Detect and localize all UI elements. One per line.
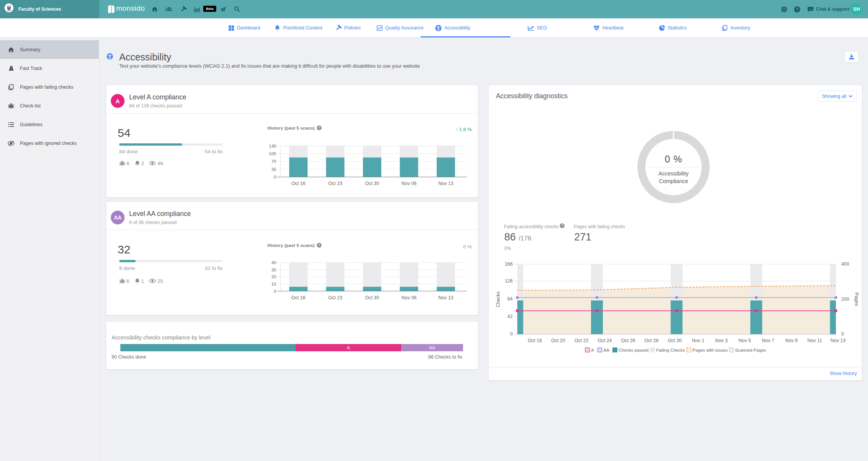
svg-text:200: 200 <box>841 297 849 302</box>
svg-text:70: 70 <box>271 159 276 164</box>
svg-text:166: 166 <box>505 261 513 267</box>
svg-text:0: 0 <box>841 331 844 337</box>
svg-text:Oct 23: Oct 23 <box>328 181 342 186</box>
svg-text:Oct 20: Oct 20 <box>551 338 565 343</box>
svg-text:Oct 30: Oct 30 <box>365 181 379 186</box>
svg-text:40: 40 <box>271 260 276 265</box>
svg-text:Checks passed: Checks passed <box>619 348 649 352</box>
svg-text:42: 42 <box>507 314 513 319</box>
svg-text:Oct 22: Oct 22 <box>575 338 589 343</box>
svg-text:Pages: Pages <box>854 292 859 306</box>
svg-text:126: 126 <box>505 278 513 284</box>
svg-text:Nov 13: Nov 13 <box>438 181 453 186</box>
svg-text:Oct 30: Oct 30 <box>365 295 379 300</box>
svg-text:Oct 24: Oct 24 <box>598 338 612 343</box>
svg-text:Scanned Pages: Scanned Pages <box>735 348 766 352</box>
svg-text:400: 400 <box>841 261 849 267</box>
svg-text:Nov 1: Nov 1 <box>692 338 704 343</box>
svg-text:20: 20 <box>271 274 276 279</box>
svg-text:0: 0 <box>274 289 276 294</box>
svg-text:0: 0 <box>510 331 513 337</box>
svg-text:84: 84 <box>507 296 513 302</box>
svg-text:35: 35 <box>271 167 276 172</box>
svg-text:Nov 06: Nov 06 <box>402 181 417 186</box>
svg-text:Nov 7: Nov 7 <box>762 338 774 343</box>
svg-text:10: 10 <box>271 282 276 286</box>
svg-text:Oct 16: Oct 16 <box>291 181 306 186</box>
svg-text:Nov 3: Nov 3 <box>715 338 728 343</box>
svg-text:Oct 16: Oct 16 <box>291 295 306 300</box>
svg-text:Oct 18: Oct 18 <box>528 338 542 343</box>
svg-text:Oct 23: Oct 23 <box>328 295 342 300</box>
svg-text:Nov 13: Nov 13 <box>831 338 846 343</box>
svg-text:Nov 5: Nov 5 <box>738 338 751 343</box>
svg-text:0: 0 <box>274 175 276 179</box>
svg-text:Oct 28: Oct 28 <box>645 338 659 343</box>
svg-text:A: A <box>591 348 594 352</box>
svg-text:140: 140 <box>269 144 276 148</box>
svg-text:Checks: Checks <box>496 291 501 307</box>
svg-text:?: ? <box>796 7 798 11</box>
svg-text:?: ? <box>561 224 563 227</box>
svg-text:30: 30 <box>271 268 276 272</box>
svg-text:Pages with issues: Pages with issues <box>693 348 728 352</box>
svg-text:Oct 26: Oct 26 <box>621 338 635 343</box>
svg-text:Nov 11: Nov 11 <box>807 338 822 343</box>
svg-text:Nov 9: Nov 9 <box>785 338 798 343</box>
svg-text:Nov 13: Nov 13 <box>438 295 453 300</box>
svg-text:AA: AA <box>604 348 610 352</box>
svg-text:Nov 06: Nov 06 <box>402 295 417 300</box>
svg-text:Oct 30: Oct 30 <box>668 338 682 343</box>
svg-text:105: 105 <box>269 151 276 156</box>
svg-text:Failing Checks: Failing Checks <box>656 348 685 352</box>
